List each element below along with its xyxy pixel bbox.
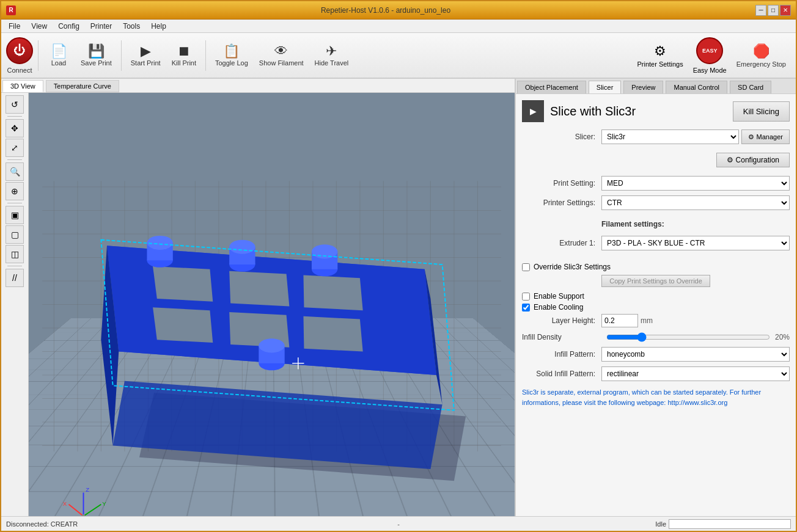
infill-density-slider[interactable] bbox=[606, 332, 770, 342]
svg-marker-36 bbox=[229, 271, 289, 307]
infill-density-pct: 20% bbox=[775, 333, 790, 341]
tab-3d-view[interactable]: 3D View bbox=[2, 80, 43, 92]
svg-marker-35 bbox=[153, 266, 213, 302]
tab-slicer[interactable]: Slicer bbox=[589, 81, 622, 93]
solid-infill-row: Solid Infill Pattern: rectilinear bbox=[522, 366, 790, 381]
menu-bar: File View Config Printer Tools Help bbox=[1, 20, 796, 33]
kill-slicing-button[interactable]: Kill Slicing bbox=[733, 101, 790, 122]
printer-settings-button[interactable]: ⚙ Printer Settings bbox=[632, 41, 688, 70]
svg-point-52 bbox=[259, 338, 284, 352]
show-filament-label: Show Filament bbox=[259, 59, 304, 67]
slic3r-info-text: Slic3r is separate, external program, wh… bbox=[522, 387, 790, 407]
toolbar: ⏻ Connect 📄 Load 💾 Save Print ▶ Start Pr… bbox=[1, 33, 796, 79]
hide-travel-label: Hide Travel bbox=[315, 59, 349, 67]
front-view-button[interactable]: ▣ bbox=[6, 206, 24, 224]
window-title: Repetier-Host V1.0.6 - arduino_uno_leo bbox=[16, 6, 755, 15]
view-tool-sep-1 bbox=[7, 116, 22, 117]
zoom-fit-button[interactable]: ⊕ bbox=[6, 182, 24, 200]
kill-print-button[interactable]: ⏹ Kill Print bbox=[167, 35, 200, 75]
close-button[interactable]: ✕ bbox=[780, 5, 791, 16]
svg-text:Y: Y bbox=[102, 500, 106, 507]
view-tabs: 3D View Temperature Curve bbox=[1, 79, 515, 93]
hide-travel-button[interactable]: ✈ Hide Travel bbox=[310, 35, 353, 75]
view-tool-sep-4 bbox=[7, 266, 22, 266]
tab-object-placement[interactable]: Object Placement bbox=[517, 81, 586, 93]
status-left: Disconnected: CREATR bbox=[6, 520, 260, 528]
slice-play-button[interactable] bbox=[522, 100, 544, 122]
window-controls[interactable]: ─ □ ✕ bbox=[755, 5, 791, 16]
svg-text:X: X bbox=[63, 500, 67, 507]
print-setting-row: Print Setting: MED bbox=[522, 176, 790, 191]
connect-button[interactable]: ⏻ bbox=[6, 37, 33, 64]
infill-pattern-row: Infill Pattern: honeycomb bbox=[522, 347, 790, 362]
zoom-in-button[interactable]: 🔍 bbox=[6, 162, 24, 181]
svg-line-59 bbox=[84, 505, 101, 516]
override-checkbox[interactable] bbox=[522, 263, 530, 271]
enable-cooling-label: Enable Cooling bbox=[534, 303, 583, 312]
svg-marker-37 bbox=[303, 275, 362, 310]
slicer-select[interactable]: Slic3r bbox=[601, 129, 739, 144]
3d-object-svg: X Y Z bbox=[29, 93, 515, 516]
start-print-label: Start Print bbox=[131, 59, 161, 67]
connect-label: Connect bbox=[7, 67, 32, 74]
menu-printer[interactable]: Printer bbox=[86, 21, 117, 32]
emergency-stop-button[interactable]: 🛑 Emergency Stop bbox=[732, 41, 791, 70]
tab-preview[interactable]: Preview bbox=[623, 81, 663, 93]
manager-button[interactable]: ⚙ Manager bbox=[741, 129, 790, 144]
filament-settings-header-row: Filament settings: bbox=[522, 215, 790, 231]
move-tool-button[interactable]: ✥ bbox=[6, 119, 24, 137]
tab-sd-card[interactable]: SD Card bbox=[730, 81, 771, 93]
infill-density-label: Infill Density bbox=[522, 333, 601, 341]
left-panel: 3D View Temperature Curve ↺ ✥ ⤢ 🔍 ⊕ ▣ ▢ bbox=[1, 79, 515, 516]
enable-support-checkbox[interactable] bbox=[522, 293, 530, 301]
maximize-button[interactable]: □ bbox=[768, 5, 779, 16]
tab-manual-control[interactable]: Manual Control bbox=[666, 81, 727, 93]
title-bar: R Repetier-Host V1.0.6 - arduino_uno_leo… bbox=[1, 1, 796, 20]
top-view-button[interactable]: ◫ bbox=[6, 245, 24, 263]
menu-view[interactable]: View bbox=[26, 21, 52, 32]
menu-config[interactable]: Config bbox=[53, 21, 84, 32]
diagonal-tool-button[interactable]: // bbox=[6, 269, 24, 287]
save-print-button[interactable]: 💾 Save Print bbox=[76, 35, 116, 75]
right-tabs: Object Placement Slicer Preview Manual C… bbox=[516, 79, 796, 94]
slicer-content: Slice with Slic3r Kill Slicing Slicer: S… bbox=[516, 94, 796, 516]
copy-settings-button[interactable]: Copy Print Settings to Override bbox=[601, 275, 710, 287]
infill-density-row: Infill Density 20% bbox=[522, 332, 790, 342]
side-view-button[interactable]: ▢ bbox=[6, 225, 24, 244]
toggle-log-button[interactable]: 📋 Toggle Log bbox=[211, 35, 252, 75]
slicer-row: Slicer: Slic3r ⚙ Manager bbox=[522, 129, 790, 144]
start-print-button[interactable]: ▶ Start Print bbox=[127, 35, 165, 75]
app-icon: R bbox=[6, 5, 16, 15]
printer-settings-select[interactable]: CTR bbox=[601, 195, 790, 210]
show-filament-button[interactable]: 👁 Show Filament bbox=[255, 35, 308, 75]
extruder-label: Extruder 1: bbox=[522, 239, 601, 247]
easy-mode-label: Easy Mode bbox=[693, 67, 727, 74]
minimize-button[interactable]: ─ bbox=[755, 5, 766, 16]
load-button[interactable]: 📄 Load bbox=[43, 35, 74, 75]
connect-icon: ⏻ bbox=[13, 43, 26, 57]
easy-mode-icon-label: EASY bbox=[702, 48, 718, 54]
solid-infill-select[interactable]: rectilinear bbox=[601, 366, 790, 381]
print-setting-select[interactable]: MED bbox=[601, 176, 790, 191]
gear-small-icon: ⚙ bbox=[748, 133, 754, 141]
view-area: ↺ ✥ ⤢ 🔍 ⊕ ▣ ▢ ◫ // bbox=[1, 93, 515, 516]
menu-tools[interactable]: Tools bbox=[118, 21, 145, 32]
tab-temperature-curve[interactable]: Temperature Curve bbox=[46, 80, 119, 92]
slicer-label: Slicer: bbox=[522, 133, 601, 141]
enable-cooling-checkbox[interactable] bbox=[522, 304, 530, 312]
rotate-tool-button[interactable]: ⤢ bbox=[6, 139, 24, 157]
config-button[interactable]: ⚙ Configuration bbox=[716, 153, 790, 167]
status-idle: Idle bbox=[655, 520, 666, 528]
3d-canvas[interactable]: X Y Z bbox=[29, 93, 515, 516]
save-icon: 💾 bbox=[88, 45, 105, 58]
menu-file[interactable]: File bbox=[4, 21, 25, 32]
layer-height-input[interactable] bbox=[601, 314, 638, 327]
menu-help[interactable]: Help bbox=[146, 21, 171, 32]
view-tools: ↺ ✥ ⤢ 🔍 ⊕ ▣ ▢ ◫ // bbox=[1, 93, 29, 516]
svg-point-43 bbox=[147, 236, 172, 250]
reset-view-button[interactable]: ↺ bbox=[6, 95, 24, 114]
easy-mode-button[interactable]: EASY bbox=[696, 37, 723, 64]
infill-pattern-select[interactable]: honeycomb bbox=[601, 347, 790, 362]
extruder-select[interactable]: P3D - PLA - SKY BLUE - CTR bbox=[601, 236, 790, 250]
view-tool-sep-3 bbox=[7, 203, 22, 203]
